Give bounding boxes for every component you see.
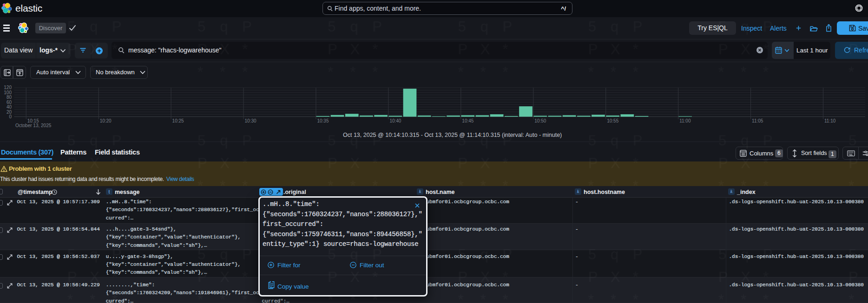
svg-text:10:45: 10:45 <box>462 118 473 123</box>
svg-text:10:35: 10:35 <box>317 118 329 123</box>
svg-text:20: 20 <box>7 110 12 115</box>
svg-text:0: 0 <box>9 114 12 119</box>
svg-text:October 13, 2025: October 13, 2025 <box>15 123 52 128</box>
svg-text:100: 100 <box>4 90 12 95</box>
svg-text:120: 120 <box>4 85 12 90</box>
svg-text:10:50: 10:50 <box>534 118 546 123</box>
svg-text:10:40: 10:40 <box>389 118 401 123</box>
svg-text:11:00: 11:00 <box>679 118 691 123</box>
svg-text:10:25: 10:25 <box>172 118 184 123</box>
svg-text:60: 60 <box>7 100 12 105</box>
svg-text:40: 40 <box>7 104 12 110</box>
svg-text:80: 80 <box>7 95 12 100</box>
svg-text:10:55: 10:55 <box>607 118 618 123</box>
svg-text:10:20: 10:20 <box>100 118 112 123</box>
svg-text:11:10: 11:10 <box>824 118 836 123</box>
svg-text:10:30: 10:30 <box>245 118 256 123</box>
svg-text:11:05: 11:05 <box>752 118 763 123</box>
